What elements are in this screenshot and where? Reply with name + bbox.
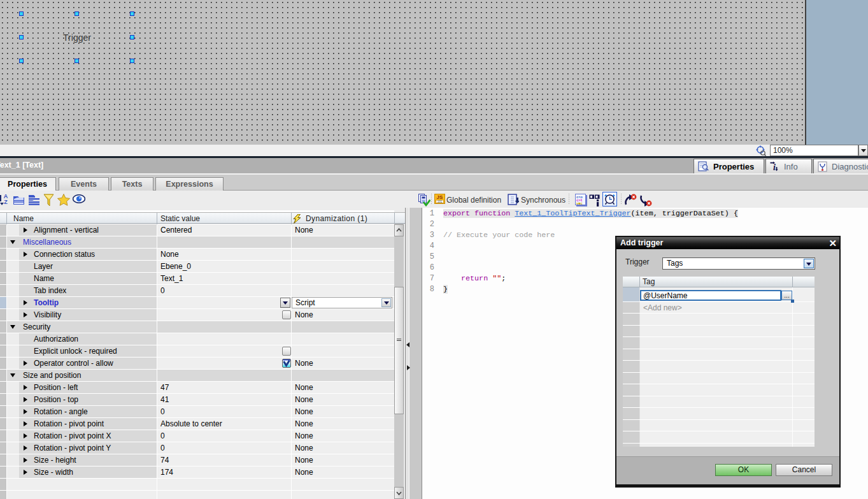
svg-text:i: i [773,163,776,172]
svg-text:v■c: v■c [576,201,583,206]
svg-text:JS: JS [437,194,443,200]
svg-text:101: 101 [438,200,443,203]
